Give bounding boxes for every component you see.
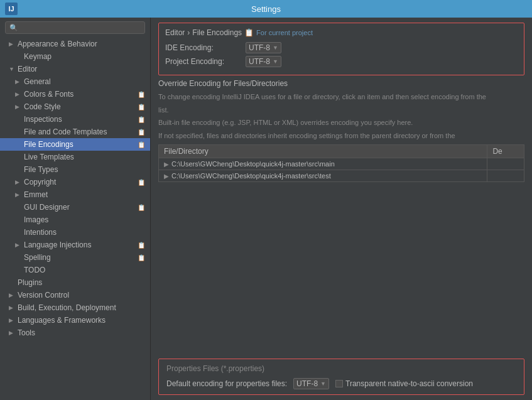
breadcrumb-separator: ›: [187, 28, 190, 37]
col-de: De: [487, 145, 524, 158]
properties-encoding-dropdown[interactable]: UTF-8 ▼: [293, 378, 329, 389]
override-section: Override Encoding for Files/Directories …: [158, 79, 524, 355]
sidebar-icon-file-code-templates: 📋: [138, 129, 145, 136]
project-encoding-arrow: ▼: [273, 58, 278, 65]
sidebar-item-colors-fonts[interactable]: ▶Colors & Fonts📋: [0, 88, 150, 100]
sidebar-label-file-encodings: File Encodings: [24, 140, 73, 149]
sidebar-item-file-encodings[interactable]: File Encodings📋: [0, 138, 150, 151]
properties-default-label: Default encoding for properties files:: [166, 379, 287, 388]
sidebar-item-language-injections[interactable]: ▶Language Injections📋: [0, 239, 150, 251]
override-desc3: Built-in file encoding (e.g. JSP, HTML o…: [158, 117, 524, 128]
transparent-checkbox[interactable]: [335, 380, 343, 387]
title-bar: IJ Settings: [0, 0, 532, 18]
sidebar-item-todo[interactable]: TODO: [0, 264, 150, 276]
transparent-check-row: Transparent native-to-ascii conversion: [335, 379, 473, 388]
project-encoding-row: Project Encoding: UTF-8 ▼: [165, 56, 518, 67]
sidebar-item-editor[interactable]: ▼Editor: [0, 63, 150, 75]
sidebar-label-keymap: Keymap: [24, 52, 52, 61]
sidebar-label-language-injections: Language Injections: [24, 241, 91, 249]
project-encoding-dropdown[interactable]: UTF-8 ▼: [246, 56, 281, 67]
breadcrumb-project: For current project: [256, 29, 313, 36]
sidebar-item-plugins[interactable]: Plugins: [0, 276, 150, 289]
ide-encoding-label: IDE Encoding:: [165, 43, 241, 52]
sidebar-item-images[interactable]: Images: [0, 214, 150, 226]
sidebar-item-emmet[interactable]: ▶Emmet: [0, 188, 150, 201]
sidebar-item-gui-designer[interactable]: GUI Designer📋: [0, 201, 150, 214]
sidebar-item-intentions[interactable]: Intentions: [0, 226, 150, 239]
sidebar-item-inspections[interactable]: Inspections📋: [0, 113, 150, 126]
sidebar-label-version-control: Version Control: [18, 291, 69, 300]
breadcrumb-icon: 📋: [244, 28, 254, 37]
encoding-cell: [487, 170, 524, 182]
properties-encoding-value: UTF-8: [296, 379, 318, 388]
sidebar-item-build-exec-deploy[interactable]: ▶Build, Execution, Deployment: [0, 301, 150, 314]
sidebar-icon-gui-designer: 📋: [138, 204, 145, 211]
search-box[interactable]: 🔍: [5, 21, 145, 34]
search-input[interactable]: [21, 23, 141, 32]
sidebar-label-gui-designer: GUI Designer: [24, 203, 70, 212]
sidebar-arrow-languages-frameworks: ▶: [9, 317, 16, 323]
sidebar-label-todo: TODO: [24, 266, 45, 274]
sidebar: 🔍 ▶Appearance & BehaviorKeymap▼Editor▶Ge…: [0, 18, 151, 400]
properties-row: Default encoding for properties files: U…: [166, 378, 516, 389]
sidebar-arrow-language-injections: ▶: [15, 242, 23, 248]
ide-encoding-arrow: ▼: [273, 45, 278, 51]
sidebar-item-code-style[interactable]: ▶Code Style📋: [0, 100, 150, 113]
file-path-cell: ▶C:\Users\GWCheng\Desktop\quick4j-master…: [159, 170, 487, 182]
breadcrumb-editor: Editor: [165, 28, 185, 37]
sidebar-item-tools[interactable]: ▶Tools: [0, 327, 150, 339]
override-title: Override Encoding for Files/Directories: [158, 79, 524, 88]
sidebar-label-inspections: Inspections: [24, 115, 62, 124]
sidebar-label-spelling: Spelling: [24, 253, 51, 262]
sidebar-icon-spelling: 📋: [138, 254, 145, 261]
table-row[interactable]: ▶C:\Users\GWCheng\Desktop\quick4j-master…: [159, 170, 524, 182]
sidebar-item-keymap[interactable]: Keymap: [0, 50, 150, 63]
table-row[interactable]: ▶C:\Users\GWCheng\Desktop\quick4j-master…: [159, 158, 524, 170]
sidebar-item-version-control[interactable]: ▶Version Control: [0, 289, 150, 301]
sidebar-arrow-colors-fonts: ▶: [15, 91, 23, 97]
sidebar-item-languages-frameworks[interactable]: ▶Languages & Frameworks: [0, 314, 150, 327]
sidebar-label-plugins: Plugins: [18, 278, 42, 287]
ide-encoding-value: UTF-8: [249, 43, 270, 52]
sidebar-item-live-templates[interactable]: Live Templates: [0, 151, 150, 163]
sidebar-arrow-code-style: ▶: [15, 104, 23, 110]
project-encoding-value: UTF-8: [249, 57, 270, 66]
sidebar-arrow-tools: ▶: [9, 330, 16, 336]
sidebar-label-emmet: Emmet: [24, 190, 48, 199]
breadcrumb: Editor › File Encodings 📋 For current pr…: [165, 28, 518, 37]
sidebar-label-editor: Editor: [18, 65, 37, 73]
sidebar-icon-inspections: 📋: [138, 116, 145, 123]
sidebar-arrow-appearance-behavior: ▶: [9, 41, 16, 47]
override-desc2: list.: [158, 105, 524, 116]
sidebar-arrow-version-control: ▶: [9, 292, 16, 298]
sidebar-item-file-types[interactable]: File Types: [0, 163, 150, 176]
sidebar-item-appearance-behavior[interactable]: ▶Appearance & Behavior: [0, 38, 150, 50]
encoding-cell: [487, 158, 524, 170]
override-desc1: To change encoding IntelliJ IDEA uses fo…: [158, 92, 524, 102]
search-icon: 🔍: [9, 24, 18, 32]
sidebar-icon-code-style: 📋: [138, 104, 145, 111]
sidebar-label-general: General: [24, 77, 51, 86]
sidebar-label-tools: Tools: [18, 328, 35, 337]
properties-box: Properties Files (*.properties) Default …: [158, 359, 524, 395]
sidebar-icon-copyright: 📋: [138, 179, 145, 186]
sidebar-icon-file-encodings: 📋: [138, 141, 145, 148]
col-file-dir: File/Directory: [159, 145, 487, 158]
sidebar-icon-language-injections: 📋: [138, 242, 145, 249]
file-path-cell: ▶C:\Users\GWCheng\Desktop\quick4j-master…: [159, 158, 487, 170]
ide-encoding-row: IDE Encoding: UTF-8 ▼: [165, 42, 518, 53]
sidebar-arrow-emmet: ▶: [15, 192, 23, 198]
sidebar-item-copyright[interactable]: ▶Copyright📋: [0, 176, 150, 188]
sidebar-item-file-code-templates[interactable]: File and Code Templates📋: [0, 126, 150, 138]
sidebar-item-spelling[interactable]: Spelling📋: [0, 251, 150, 264]
properties-dropdown-arrow: ▼: [320, 381, 326, 387]
sidebar-label-intentions: Intentions: [24, 228, 57, 237]
sidebar-item-general[interactable]: ▶General: [0, 75, 150, 88]
sidebar-arrow-copyright: ▶: [15, 179, 23, 185]
row-expand-arrow: ▶: [164, 161, 169, 168]
sidebar-label-languages-frameworks: Languages & Frameworks: [18, 316, 106, 325]
sidebar-label-appearance-behavior: Appearance & Behavior: [18, 40, 97, 48]
sidebar-label-images: Images: [24, 215, 48, 224]
sidebar-icon-colors-fonts: 📋: [138, 91, 145, 98]
ide-encoding-dropdown[interactable]: UTF-8 ▼: [246, 42, 281, 53]
